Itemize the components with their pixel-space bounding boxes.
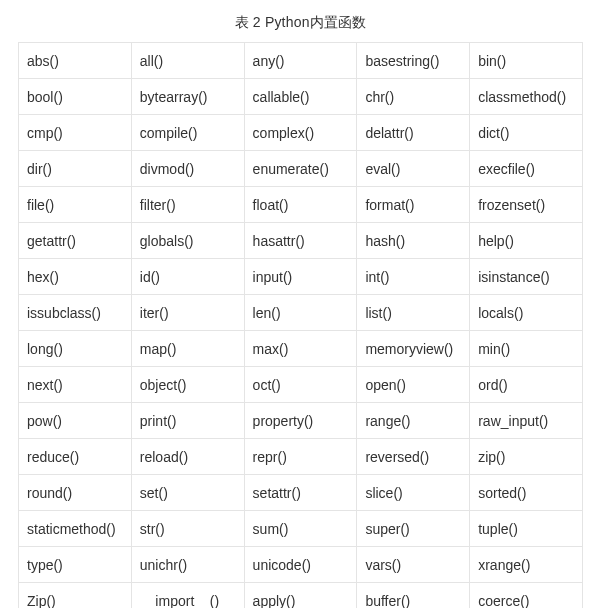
table-cell: sum() [244,511,357,547]
table-cell: reduce() [19,439,132,475]
table-cell: coerce() [470,583,583,609]
table-cell: callable() [244,79,357,115]
table-cell: print() [131,403,244,439]
table-row: Zip()__import__()apply()buffer()coerce() [19,583,583,609]
table-cell: id() [131,259,244,295]
table-cell: round() [19,475,132,511]
table-cell: range() [357,403,470,439]
table-cell: buffer() [357,583,470,609]
table-cell: pow() [19,403,132,439]
table-cell: help() [470,223,583,259]
table-cell: tuple() [470,511,583,547]
table-cell: sorted() [470,475,583,511]
table-cell: complex() [244,115,357,151]
table-cell: hash() [357,223,470,259]
table-cell: delattr() [357,115,470,151]
table-cell: float() [244,187,357,223]
table-row: issubclass()iter()len()list()locals() [19,295,583,331]
table-cell: object() [131,367,244,403]
table-cell: len() [244,295,357,331]
table-cell: format() [357,187,470,223]
table-cell: Zip() [19,583,132,609]
table-cell: __import__() [131,583,244,609]
table-caption: 表 2 Python内置函数 [18,14,583,32]
table-cell: property() [244,403,357,439]
table-row: hex()id()input()int()isinstance() [19,259,583,295]
table-cell: all() [131,43,244,79]
table-cell: max() [244,331,357,367]
table-row: cmp()compile()complex()delattr()dict() [19,115,583,151]
table-cell: dir() [19,151,132,187]
table-cell: cmp() [19,115,132,151]
table-cell: setattr() [244,475,357,511]
table-row: dir()divmod()enumerate()eval()execfile() [19,151,583,187]
table-cell: super() [357,511,470,547]
table-cell: repr() [244,439,357,475]
table-row: type()unichr()unicode()vars()xrange() [19,547,583,583]
table-cell: long() [19,331,132,367]
table-row: next()object()oct()open()ord() [19,367,583,403]
table-cell: hex() [19,259,132,295]
table-cell: zip() [470,439,583,475]
table-row: bool()bytearray()callable()chr()classmet… [19,79,583,115]
table-cell: divmod() [131,151,244,187]
table-cell: memoryview() [357,331,470,367]
table-cell: open() [357,367,470,403]
table-cell: str() [131,511,244,547]
table-cell: abs() [19,43,132,79]
table-cell: file() [19,187,132,223]
table-cell: any() [244,43,357,79]
table-cell: classmethod() [470,79,583,115]
table-cell: staticmethod() [19,511,132,547]
table-cell: reversed() [357,439,470,475]
table-cell: filter() [131,187,244,223]
table-cell: min() [470,331,583,367]
table-cell: ord() [470,367,583,403]
table-cell: bin() [470,43,583,79]
table-cell: hasattr() [244,223,357,259]
table-cell: list() [357,295,470,331]
table-row: round()set()setattr()slice()sorted() [19,475,583,511]
table-row: abs()all()any()basestring()bin() [19,43,583,79]
table-cell: basestring() [357,43,470,79]
table-cell: bool() [19,79,132,115]
table-cell: issubclass() [19,295,132,331]
table-cell: dict() [470,115,583,151]
table-row: reduce()reload()repr()reversed()zip() [19,439,583,475]
table-cell: vars() [357,547,470,583]
table-cell: slice() [357,475,470,511]
table-cell: raw_input() [470,403,583,439]
table-cell: iter() [131,295,244,331]
table-row: file()filter()float()format()frozenset() [19,187,583,223]
table-cell: type() [19,547,132,583]
table-cell: next() [19,367,132,403]
table-cell: eval() [357,151,470,187]
builtin-functions-table: abs()all()any()basestring()bin()bool()by… [18,42,583,608]
table-row: getattr()globals()hasattr()hash()help() [19,223,583,259]
table-row: pow()print()property()range()raw_input() [19,403,583,439]
table-cell: apply() [244,583,357,609]
table-cell: isinstance() [470,259,583,295]
table-cell: unicode() [244,547,357,583]
table-cell: frozenset() [470,187,583,223]
table-cell: globals() [131,223,244,259]
table-cell: getattr() [19,223,132,259]
table-row: long()map()max()memoryview()min() [19,331,583,367]
table-cell: map() [131,331,244,367]
table-cell: set() [131,475,244,511]
table-cell: bytearray() [131,79,244,115]
table-cell: xrange() [470,547,583,583]
table-cell: execfile() [470,151,583,187]
table-cell: oct() [244,367,357,403]
table-cell: input() [244,259,357,295]
table-cell: compile() [131,115,244,151]
table-row: staticmethod()str()sum()super()tuple() [19,511,583,547]
table-cell: int() [357,259,470,295]
table-cell: unichr() [131,547,244,583]
table-cell: locals() [470,295,583,331]
table-cell: enumerate() [244,151,357,187]
table-cell: reload() [131,439,244,475]
table-cell: chr() [357,79,470,115]
